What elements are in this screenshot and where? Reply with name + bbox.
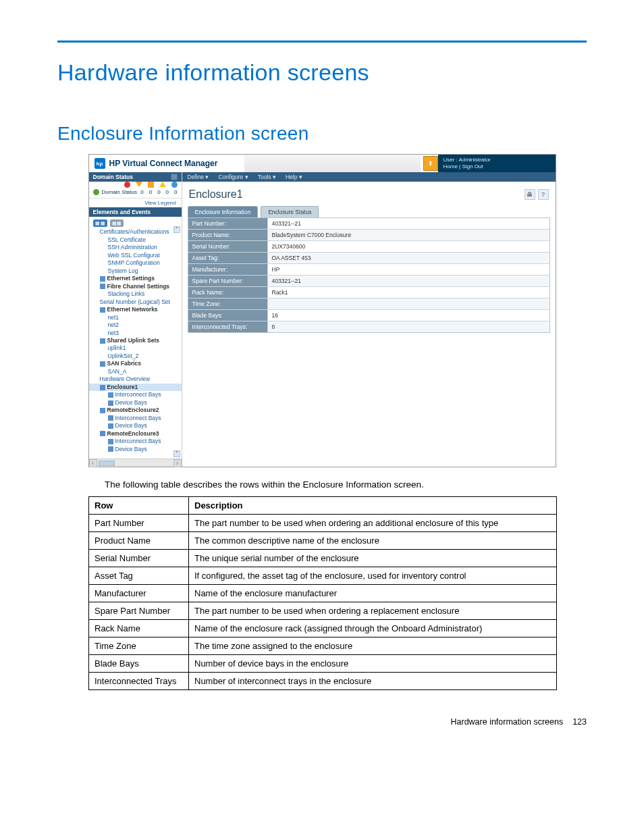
info-row: Product Name:BladeSystem C7000 Enclosure (188, 230, 549, 241)
status-info-icon (171, 182, 178, 188)
menu-help[interactable]: Help ▾ (286, 174, 302, 180)
view-legend-link[interactable]: View Legend (89, 198, 182, 207)
tree-chip-icon[interactable]: ▦ ▦ (93, 219, 108, 227)
row-name: Part Number (89, 515, 189, 532)
tree-item[interactable]: Shared Uplink Sets (89, 337, 182, 344)
info-value: BladeSystem C7000 Enclosure (268, 230, 549, 240)
tree-item-label: Fibre Channel Settings (107, 283, 170, 290)
tree-item[interactable]: Stacking Links (89, 290, 182, 298)
info-row: Blade Bays:16 (188, 310, 549, 321)
app-screenshot: hp HP Virtual Connect Manager ⬆ User : A… (88, 154, 556, 467)
row-name: Asset Tag (89, 567, 189, 585)
tree-item[interactable]: Serial Number (Logical) Set (89, 298, 182, 306)
tree-item-label: Ethernet Settings (107, 275, 155, 282)
tree-item-label: Interconnect Bays (115, 415, 161, 421)
tree-node-icon (100, 408, 105, 413)
table-row: Product NameThe common descriptive name … (89, 532, 557, 550)
row-desc: The part number to be used when ordering… (189, 602, 557, 620)
tab-enclosure-status[interactable]: Enclosure Status (261, 206, 319, 217)
info-row: Rack Name:Rack1 (188, 287, 549, 298)
tree-node-icon (108, 423, 113, 429)
scroll-left-icon[interactable]: ‹ (89, 459, 97, 467)
tree-item[interactable]: RemoteEnclosure3 (89, 430, 182, 438)
info-row: Manufacturer:HP (188, 264, 549, 276)
tree-item[interactable]: Ethernet Networks (89, 306, 182, 313)
tree-node-icon (100, 307, 105, 313)
collapse-icon[interactable] (171, 174, 178, 180)
status-count: 0 (149, 189, 152, 195)
tree-item-label: SNMP Configuration (108, 259, 160, 266)
info-value: 2UX7340600 (268, 241, 549, 252)
menu-configure[interactable]: Configure ▾ (218, 174, 248, 180)
tree-item[interactable]: Interconnect Bays (89, 391, 182, 398)
tree-item[interactable]: SSL Certificate (89, 236, 182, 244)
tree-item[interactable]: Ethernet Settings (89, 275, 182, 282)
info-label: Time Zone: (188, 298, 268, 309)
row-desc: The unique serial number of the enclosur… (189, 550, 557, 567)
row-desc: Name of the enclosure rack (assigned thr… (189, 620, 557, 637)
info-value: Rack1 (268, 287, 549, 298)
user-block: User : Administrator Home | Sign Out (438, 155, 556, 172)
tree-item[interactable]: SNMP Configuration (89, 259, 182, 267)
scroll-down-icon[interactable]: ˅ (173, 450, 180, 457)
menu-tools[interactable]: Tools ▾ (258, 174, 276, 180)
tree-node-icon (108, 415, 113, 421)
tree-item[interactable]: SAN_A (89, 368, 182, 375)
tree-item[interactable]: SAN Fabrics (89, 360, 182, 367)
tree-node-icon (108, 400, 113, 406)
row-name: Rack Name (89, 620, 189, 637)
main-panel: Define ▾ Configure ▾ Tools ▾ Help ▾ Encl… (182, 172, 556, 467)
tree-item[interactable]: net3 (89, 330, 182, 337)
tree-item[interactable]: Interconnect Bays (89, 438, 182, 445)
tree-chip-icon[interactable]: ▦▦ (110, 219, 124, 227)
menu-define[interactable]: Define ▾ (188, 174, 209, 180)
tree-item[interactable]: Web SSL Configurat (89, 252, 182, 259)
sidebar-tree[interactable]: ▦ ▦ ▦▦ ˄ ˅ Certificates/AuthenticationsS… (89, 217, 182, 467)
info-label: Rack Name: (188, 287, 268, 298)
status-icons-row (89, 182, 182, 189)
tree-item[interactable]: Certificates/Authentications (89, 228, 182, 236)
row-name: Serial Number (89, 550, 189, 567)
tree-item[interactable]: net1 (89, 314, 182, 321)
scroll-thumb[interactable] (99, 461, 115, 466)
app-titlebar: hp HP Virtual Connect Manager ⬆ User : A… (89, 155, 556, 172)
page-title-row: Enclosure1 🖶 ? (182, 182, 556, 206)
alert-badge-icon[interactable]: ⬆ (423, 156, 438, 171)
scroll-up-icon[interactable]: ˄ (173, 226, 180, 233)
info-row: Serial Number:2UX7340600 (188, 241, 549, 253)
tree-item[interactable]: Hardware Overview (89, 375, 182, 383)
top-rule (57, 41, 587, 43)
tree-item[interactable]: Device Bays (89, 422, 182, 429)
tree-item[interactable]: UplinkSet_2 (89, 353, 182, 360)
tree-item[interactable]: net2 (89, 321, 182, 329)
help-button-icon[interactable]: ? (538, 189, 549, 200)
print-button-icon[interactable]: 🖶 (525, 189, 535, 200)
titlebar-right: ⬆ User : Administrator Home | Sign Out (421, 155, 556, 172)
tree-item[interactable]: Device Bays (89, 399, 182, 407)
tree-item-label: Hardware Overview (100, 375, 151, 382)
description-table: Row Description Part NumberThe part numb… (88, 496, 557, 690)
home-link[interactable]: Home (444, 163, 458, 170)
tree-item[interactable]: System Log (89, 267, 182, 275)
scroll-right-icon[interactable]: › (173, 459, 182, 467)
table-row: Serial NumberThe unique serial number of… (89, 550, 557, 567)
table-row: Rack NameName of the enclosure rack (ass… (89, 620, 557, 637)
tree-item[interactable]: Enclosure1 (89, 384, 182, 391)
tree-item[interactable]: uplink1 (89, 344, 182, 352)
sidebar-hscrollbar[interactable]: ‹ › (89, 459, 182, 467)
signout-link[interactable]: Sign Out (462, 163, 483, 170)
info-label: Spare Part Number: (188, 276, 268, 286)
info-row: Spare Part Number:403321--21 (188, 276, 549, 287)
info-label: Serial Number: (188, 241, 268, 252)
tab-enclosure-information[interactable]: Enclosure Information (188, 206, 259, 217)
tree-item[interactable]: Interconnect Bays (89, 415, 182, 422)
tree-item[interactable]: Fibre Channel Settings (89, 283, 182, 290)
tree-item[interactable]: Device Bays (89, 446, 182, 453)
tree-item[interactable]: SSH Administration (89, 244, 182, 251)
status-critical-icon (136, 182, 142, 187)
tree-item[interactable]: RemoteEnclosure2 (89, 407, 182, 414)
tree-item-label: RemoteEnclosure3 (107, 430, 159, 437)
tree-node-icon (108, 439, 113, 444)
tree-item-label: SAN_A (108, 368, 127, 375)
tree-view-toggle[interactable]: ▦ ▦ ▦▦ (89, 218, 182, 228)
